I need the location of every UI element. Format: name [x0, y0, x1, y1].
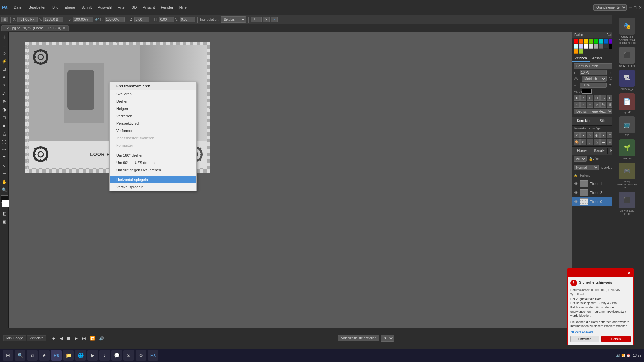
scale-h-input[interactable] — [580, 83, 607, 88]
eraser-tool[interactable]: ◻ — [1, 114, 8, 121]
ie-btn[interactable]: e — [39, 350, 50, 361]
tl-stop[interactable]: ⏹ — [65, 335, 72, 341]
avira-answers-link[interactable]: Zu Avira Answers — [570, 330, 631, 334]
lasso-tool[interactable]: ⌾ — [1, 49, 8, 57]
menu-filter[interactable]: Filter — [115, 4, 128, 11]
swatch-lightgray[interactable] — [589, 44, 593, 49]
app-kerkorb[interactable]: 🌱 kerkorb — [619, 139, 635, 160]
menu-fenster[interactable]: Fenster — [158, 4, 176, 11]
font-size-input[interactable] — [580, 70, 607, 75]
unity4-icon[interactable]: ⬛ — [619, 47, 635, 64]
tool-mode[interactable]: ⊞ — [1, 17, 8, 22]
swatch-darkgray[interactable] — [599, 44, 603, 49]
tab-stile[interactable]: Stile — [597, 118, 609, 124]
frac-btn[interactable]: ½ — [600, 102, 606, 108]
menu-ebene[interactable]: Ebene — [62, 4, 78, 11]
pen-tool[interactable]: ✏ — [1, 146, 8, 153]
swatch-lavender[interactable] — [579, 44, 583, 49]
tl-skip-end[interactable]: ⏭ — [80, 335, 87, 341]
swatch-green[interactable] — [594, 39, 598, 44]
path-select-tool[interactable]: ↖ — [1, 162, 8, 169]
smallcaps-btn[interactable]: Tt — [600, 95, 606, 101]
timeline-type-select[interactable]: ▼ — [381, 335, 394, 342]
task-view-btn[interactable]: ⧉ — [27, 350, 38, 361]
ctx-drehen90ccw[interactable]: Um 90° gegen UZS drehen — [110, 166, 196, 174]
gradient-tool[interactable]: ■ — [1, 122, 8, 129]
swatch-lightcyan[interactable] — [574, 44, 578, 49]
menu-bearbeiten[interactable]: Bearbeiten — [26, 4, 49, 11]
doc-tab[interactable]: 123.jpg bei 20,2% (Ebene 0, RGB/8#) × — [1, 25, 69, 31]
avira-details-btn[interactable]: Details — [601, 336, 631, 342]
italic-btn[interactable]: I — [580, 95, 586, 101]
kerkorb-icon[interactable]: 🌱 — [619, 139, 635, 156]
spot-heal-tool[interactable]: ⌖ — [1, 81, 8, 89]
allcaps-btn[interactable]: TT — [594, 95, 600, 101]
levels-icon[interactable]: ▲ — [580, 132, 586, 138]
close-btn[interactable]: ✕ — [638, 5, 642, 10]
exposure-icon[interactable]: ◐ — [594, 132, 600, 138]
app-crazytalk[interactable]: 🎭 CrazyTalk Animator v2.1 Pipeline (64-b… — [617, 18, 637, 44]
app-unity5[interactable]: ⬛ Unity 5.1.2f1 (64-bit) — [617, 192, 637, 215]
align-center-btn[interactable]: ≡ — [580, 102, 586, 108]
unity5-icon[interactable]: ⬛ — [619, 192, 635, 208]
tab-kanaele[interactable]: Kanäle — [591, 148, 607, 154]
canvas-area[interactable]: LOOR PLAN OUTSIDE — [9, 32, 572, 328]
restore-btn[interactable]: □ — [634, 5, 636, 10]
clone-tool[interactable]: ⊕ — [1, 98, 8, 105]
app-unity4[interactable]: ⬛ Unity4_6_pro — [619, 47, 635, 67]
tl-next[interactable]: ▶ — [73, 335, 79, 341]
ctx-verzerren[interactable]: Verzerren — [110, 112, 196, 120]
ctx-inhaltsbasiert[interactable]: Inhaltsbasiert skalieren — [110, 134, 196, 142]
unity-sample-icon[interactable]: 🎮 — [619, 163, 635, 179]
skype-btn[interactable]: 💬 — [111, 350, 122, 361]
blendmode-select[interactable]: Normal — [574, 165, 599, 170]
start-btn[interactable]: ⊞ — [3, 350, 13, 361]
interp-select[interactable]: Bikubis... — [221, 16, 246, 23]
vlc-btn[interactable]: ▶ — [87, 350, 98, 361]
tl-loop[interactable]: 🔁 — [89, 335, 96, 341]
magic-wand-tool[interactable]: ⚡ — [1, 57, 8, 65]
settings-btn[interactable]: ⚙ — [136, 350, 146, 361]
avira-remove-btn[interactable]: Entfernen — [570, 336, 599, 342]
zoom-tool[interactable]: 🔍 — [1, 186, 8, 193]
confirm-btn[interactable]: ✓ — [271, 17, 278, 22]
rot-input[interactable] — [134, 17, 149, 22]
tl-audio[interactable]: 🔊 — [98, 335, 105, 341]
crop-tool[interactable]: ⊡ — [1, 65, 8, 73]
ctx-drehen90cw[interactable]: Um 90° im UZS drehen — [110, 159, 196, 166]
threshold-icon[interactable]: △ — [594, 139, 600, 145]
minimize-btn[interactable]: ─ — [629, 5, 632, 10]
ctx-drehen180[interactable]: Um 180° drehen — [110, 152, 196, 159]
app-unity-sample[interactable]: 🎮 Unity Sample_edddison_... — [617, 163, 637, 189]
h2-input[interactable] — [159, 17, 174, 22]
cancel-btn[interactable]: ✕ — [263, 17, 270, 22]
swatch-lime[interactable] — [589, 39, 593, 44]
swatch-chartreuse[interactable] — [579, 49, 583, 54]
move-tool[interactable]: ✛ — [1, 33, 8, 41]
menu-schrift[interactable]: Schrift — [78, 4, 94, 11]
swatch-yellow[interactable] — [584, 39, 588, 44]
tab-korrekturen[interactable]: Korrekturen — [574, 118, 597, 124]
arch-icon[interactable]: 🏗 — [619, 70, 635, 87]
background-color[interactable] — [2, 200, 9, 207]
ctx-neigen[interactable]: Neigen — [110, 105, 196, 112]
brightness-icon[interactable]: ☀ — [574, 132, 580, 138]
winamp-btn[interactable]: ♪ — [99, 350, 110, 361]
font-family-select[interactable]: Century Gothic — [574, 63, 618, 69]
screen-mode-btn[interactable]: ▣ — [1, 218, 8, 225]
menu-datei[interactable]: Datei — [11, 4, 25, 11]
posterize-icon[interactable]: ∫ — [587, 139, 593, 145]
tab-ebenen[interactable]: Ebenen — [574, 148, 591, 154]
pypdf-icon[interactable]: 📄 — [619, 93, 635, 110]
tab-zeichen[interactable]: Zeichen — [572, 55, 590, 62]
menu-3d[interactable]: 3D — [129, 4, 139, 11]
tracking-select[interactable]: Metrisch — [582, 76, 607, 82]
pip-icon[interactable]: 📺 — [619, 116, 635, 133]
bold-italic-btn[interactable]: BI — [587, 95, 593, 101]
zeitleiste-tab[interactable]: Zeitleiste — [27, 335, 46, 341]
layer-eye-1[interactable]: 👁 — [574, 181, 578, 186]
swatch-blue[interactable] — [604, 39, 608, 44]
warp-btn[interactable]: ⋮⋮ — [251, 17, 262, 22]
bold-btn[interactable]: B — [574, 95, 580, 101]
b-input[interactable] — [73, 17, 93, 22]
